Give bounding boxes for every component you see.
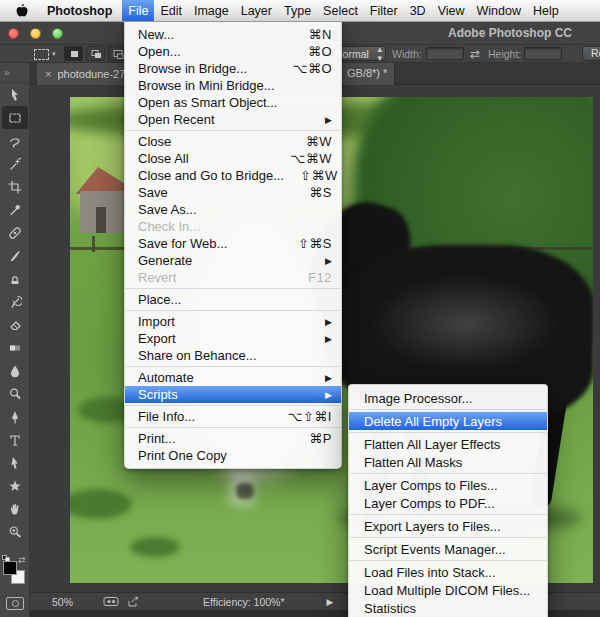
rectangular-marquee-tool[interactable] [2,106,28,129]
menu-item-label: Load Multiple DICOM Files... [364,583,538,598]
path-selection-tool[interactable] [0,451,30,474]
height-input[interactable] [524,47,562,60]
lasso-tool[interactable] [0,129,30,152]
menu-item-open-recent[interactable]: Open Recent▶ [125,111,341,128]
crop-tool[interactable] [0,175,30,198]
menu-item-layer-comps-to-pdf[interactable]: Layer Comps to PDF... [349,494,547,512]
clone-stamp-tool[interactable] [0,267,30,290]
menu-item-load-multiple-dicom-files[interactable]: Load Multiple DICOM Files... [349,581,547,599]
move-tool[interactable] [0,83,30,106]
magic-wand-tool[interactable] [0,152,30,175]
menu-item-browse-in-bridge[interactable]: Browse in Bridge...⌥⌘O [125,60,341,77]
menubar-item-edit[interactable]: Edit [154,0,188,21]
menubar-item-layer[interactable]: Layer [235,0,278,21]
foreground-color-swatch[interactable] [3,561,17,575]
tool-preset-picker[interactable]: ▾ [34,47,60,61]
menu-item-file-info[interactable]: File Info...⌥⇧⌘I [125,408,341,425]
menu-item-export[interactable]: Export▶ [125,330,341,347]
menu-item-shortcut: ⌥⌘W [290,151,332,166]
eyedropper-tool[interactable] [0,198,30,221]
custom-shape-tool[interactable] [0,474,30,497]
menu-item-import[interactable]: Import▶ [125,313,341,330]
marquee-preset-icon [34,49,49,60]
menu-item-layer-comps-to-files[interactable]: Layer Comps to Files... [349,476,547,494]
width-label: Width: [392,48,422,60]
menubar-item-photoshop[interactable]: Photoshop [37,0,122,21]
history-brush-tool[interactable] [0,290,30,313]
menu-item-generate[interactable]: Generate▶ [125,252,341,269]
subtract-selection-icon [111,48,125,60]
menubar-item-file[interactable]: File [122,0,154,21]
share-arrow-icon[interactable] [127,596,141,608]
menu-item-flatten-all-masks[interactable]: Flatten All Masks [349,453,547,471]
menu-item-delete-all-empty-layers[interactable]: Delete All Empty Layers [349,412,547,430]
menubar-item-filter[interactable]: Filter [364,0,404,21]
dots-box-icon[interactable] [103,596,119,607]
add-to-selection-button[interactable] [86,46,105,61]
menu-item-flatten-all-layer-effects[interactable]: Flatten All Layer Effects [349,435,547,453]
menu-item-save[interactable]: Save⌘S [125,184,341,201]
menubar-item-image[interactable]: Image [188,0,235,21]
hand-tool[interactable] [0,497,30,520]
menubar-item-help[interactable]: Help [527,0,565,21]
type-icon [8,433,22,447]
menubar-item-view[interactable]: View [432,0,471,21]
zoom-level[interactable]: 50% [52,596,73,608]
menu-item-print-one-copy[interactable]: Print One Copy [125,447,341,464]
menu-item-label: Close and Go to Bridge... [138,168,284,183]
close-window-button[interactable] [8,28,19,39]
menu-item-scripts[interactable]: Scripts▶ [125,386,341,403]
pen-tool[interactable] [0,405,30,428]
menu-item-place[interactable]: Place... [125,291,341,308]
status-menu-arrow-icon[interactable]: ▶ [327,597,334,607]
menu-item-label: Print... [138,431,293,446]
menu-item-open[interactable]: Open...⌘O [125,43,341,60]
eraser-tool[interactable] [0,313,30,336]
new-selection-button[interactable] [64,46,83,61]
menu-item-save-for-web[interactable]: Save for Web...⇧⌘S [125,235,341,252]
width-input[interactable] [426,47,464,60]
menu-item-close[interactable]: Close⌘W [125,133,341,150]
menu-item-share-on-behance[interactable]: Share on Behance... [125,347,341,364]
menu-item-label: Script Events Manager... [364,542,538,557]
submenu-arrow-icon: ▶ [325,334,332,344]
menu-item-label: Browse in Mini Bridge... [138,78,332,93]
swap-colors-icon[interactable]: ⇄ [18,555,26,565]
blur-tool[interactable] [0,359,30,382]
menu-item-statistics[interactable]: Statistics [349,599,547,617]
menubar-item-type[interactable]: Type [278,0,317,21]
menubar-item-select[interactable]: Select [317,0,364,21]
minimize-window-button[interactable] [30,28,41,39]
menu-item-new[interactable]: New...⌘N [125,26,341,43]
dodge-tool[interactable] [0,382,30,405]
menu-item-close-all[interactable]: Close All⌥⌘W [125,150,341,167]
collapse-panel-icon[interactable]: » [0,63,29,83]
menu-item-print[interactable]: Print...⌘P [125,430,341,447]
gradient-tool[interactable] [0,336,30,359]
zoom-window-button[interactable] [52,28,63,39]
healing-brush-tool[interactable] [0,221,30,244]
menu-item-script-events-manager[interactable]: Script Events Manager... [349,540,547,558]
menubar-item-window[interactable]: Window [471,0,527,21]
menu-item-automate[interactable]: Automate▶ [125,369,341,386]
menu-item-load-files-into-stack[interactable]: Load Files into Stack... [349,563,547,581]
menu-item-image-processor[interactable]: Image Processor... [349,389,547,407]
menu-item-browse-in-mini-bridge[interactable]: Browse in Mini Bridge... [125,77,341,94]
swap-dimensions-icon[interactable]: ⇄ [470,47,480,61]
menu-item-label: Share on Behance... [138,348,332,363]
menu-item-open-as-smart-object[interactable]: Open as Smart Object... [125,94,341,111]
brush-tool[interactable] [0,244,30,267]
apple-menu[interactable] [6,0,37,21]
menu-item-close-and-go-to-bridge[interactable]: Close and Go to Bridge...⇧⌘W [125,167,341,184]
path-selection-icon [8,456,22,470]
type-tool[interactable] [0,428,30,451]
refine-edge-button[interactable]: Refine Edge [582,46,600,61]
zoom-icon [8,525,22,539]
zoom-tool[interactable] [0,520,30,543]
menu-item-save-as[interactable]: Save As... [125,201,341,218]
menu-item-export-layers-to-files[interactable]: Export Layers to Files... [349,517,547,535]
quick-mask-button[interactable] [6,597,24,610]
menubar-item-3d[interactable]: 3D [404,0,432,21]
close-tab-icon[interactable]: × [45,68,51,80]
brush-icon [8,249,22,263]
